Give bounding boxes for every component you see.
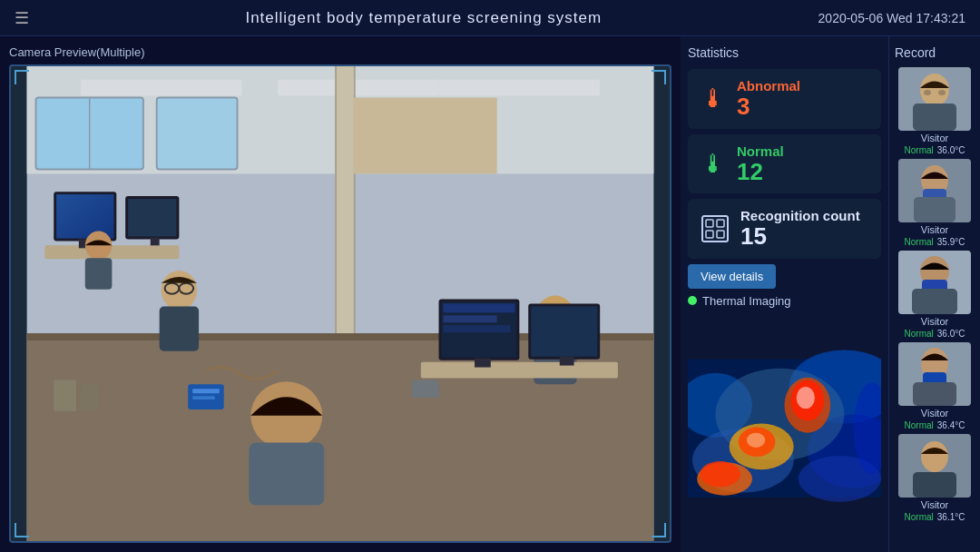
menu-icon[interactable]: ☰	[15, 8, 29, 28]
svg-rect-36	[443, 304, 514, 313]
abnormal-card: 🌡 Abnormal 3	[688, 69, 881, 129]
svg-rect-19	[56, 194, 113, 238]
thermal-image-section	[688, 313, 881, 543]
record-item[interactable]: Visitor Normal 36.4°C	[895, 342, 975, 430]
record-item[interactable]: Visitor Normal 36.0°C	[895, 251, 975, 339]
svg-rect-53	[717, 220, 724, 227]
recognition-content: Recognition count 15	[740, 208, 860, 250]
svg-rect-91	[913, 472, 956, 498]
app-title: Intelligent body temperature screening s…	[245, 9, 602, 27]
svg-rect-39	[475, 359, 491, 368]
recognition-value: 15	[740, 223, 860, 250]
record-status-2: Normal 35.9°C	[905, 237, 965, 247]
record-temp-2: 35.9°C	[937, 237, 965, 247]
record-status-3: Normal 36.0°C	[905, 329, 965, 339]
camera-label: Camera Preview(Multiple)	[9, 45, 671, 59]
record-status-label-3: Normal	[905, 329, 934, 339]
svg-point-75	[924, 90, 931, 95]
stats-section: Statistics 🌡 Abnormal 3 🌡 Normal 12	[681, 36, 889, 552]
svg-rect-37	[443, 315, 496, 322]
thermometer-normal-icon: 🌡	[701, 149, 726, 179]
svg-rect-80	[914, 197, 956, 222]
record-photo-1	[898, 67, 971, 131]
record-title: Record	[895, 45, 975, 67]
record-status-label-4: Normal	[905, 420, 934, 430]
record-item[interactable]: Visitor Normal 35.9°C	[895, 159, 975, 247]
app-header: ☰ Intelligent body temperature screening…	[0, 0, 980, 36]
svg-rect-54	[706, 231, 713, 238]
thermal-image	[688, 313, 881, 543]
svg-rect-74	[913, 104, 956, 131]
recognition-label: Recognition count	[740, 208, 860, 223]
svg-rect-84	[912, 289, 957, 314]
svg-point-76	[938, 90, 946, 95]
record-name-5: Visitor	[921, 499, 948, 510]
svg-rect-41	[531, 306, 597, 356]
record-photo-2	[898, 159, 971, 222]
camera-frame	[9, 64, 671, 543]
svg-rect-23	[151, 237, 160, 245]
record-photo-5	[898, 434, 971, 498]
record-status-1: Normal 36.0°C	[905, 145, 965, 155]
svg-rect-42	[560, 357, 574, 366]
record-section: Record Visitor Normal 36.0°C	[889, 36, 980, 552]
thermal-label-text: Thermal Imaging	[702, 294, 791, 308]
normal-label: Normal	[737, 143, 784, 159]
svg-rect-33	[421, 362, 618, 379]
svg-rect-46	[192, 389, 220, 393]
corner-br	[652, 523, 666, 537]
svg-rect-4	[439, 80, 601, 96]
stats-title: Statistics	[688, 45, 881, 64]
main-content: Camera Preview(Multiple)	[0, 36, 980, 552]
datetime-display: 2020-05-06 Wed 17:43:21	[818, 11, 965, 25]
record-item[interactable]: Visitor Normal 36.0°C	[895, 67, 975, 155]
svg-rect-48	[54, 380, 76, 411]
record-status-5: Normal 36.1°C	[905, 512, 965, 522]
recognition-icon	[701, 214, 730, 243]
record-photo-3	[898, 251, 971, 314]
svg-rect-3	[278, 80, 439, 96]
record-temp-4: 36.4°C	[937, 420, 965, 430]
thermometer-abnormal-icon: 🌡	[701, 84, 726, 113]
record-photo-4	[898, 342, 971, 406]
svg-point-73	[920, 74, 949, 106]
camera-feed	[11, 66, 670, 541]
svg-rect-49	[81, 384, 99, 411]
svg-rect-88	[913, 382, 956, 406]
svg-rect-25	[160, 306, 199, 350]
svg-rect-44	[249, 442, 324, 505]
view-details-button[interactable]: View details	[688, 264, 776, 289]
svg-point-67	[700, 461, 740, 487]
record-temp-1: 36.0°C	[937, 145, 965, 155]
abnormal-content: Abnormal 3	[737, 78, 800, 120]
normal-value: 12	[737, 159, 784, 185]
abnormal-value: 3	[737, 94, 800, 120]
thermal-status-dot	[688, 296, 697, 305]
svg-rect-52	[706, 220, 713, 227]
corner-tl	[15, 70, 29, 84]
svg-rect-8	[157, 98, 238, 170]
record-name-1: Visitor	[921, 133, 948, 143]
normal-card: 🌡 Normal 12	[688, 134, 881, 194]
svg-rect-55	[717, 231, 724, 238]
record-status-label-1: Normal	[905, 145, 934, 155]
svg-rect-13	[354, 98, 497, 174]
record-status-label-2: Normal	[905, 237, 934, 247]
record-name-2: Visitor	[921, 224, 948, 235]
svg-rect-50	[412, 380, 439, 398]
svg-rect-38	[443, 325, 510, 332]
camera-section: Camera Preview(Multiple)	[0, 36, 681, 552]
corner-tr	[652, 70, 666, 84]
record-temp-5: 36.1°C	[937, 512, 965, 522]
record-status-label-5: Normal	[905, 512, 934, 522]
record-name-3: Visitor	[921, 316, 948, 327]
svg-rect-22	[128, 199, 176, 236]
svg-rect-30	[85, 258, 113, 290]
svg-rect-47	[192, 396, 215, 399]
thermal-label: Thermal Imaging	[688, 294, 881, 308]
record-item[interactable]: Visitor Normal 36.1°C	[895, 434, 975, 522]
svg-point-69	[747, 432, 765, 447]
corner-bl	[15, 523, 29, 537]
abnormal-label: Abnormal	[737, 78, 800, 94]
normal-content: Normal 12	[737, 143, 784, 185]
